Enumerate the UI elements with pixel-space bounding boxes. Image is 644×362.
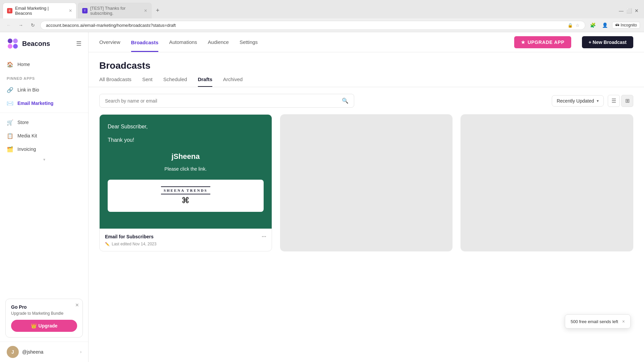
sidebar-item-media-kit[interactable]: 📋 Media Kit <box>0 129 88 142</box>
sort-label: Recently Updated <box>557 98 594 104</box>
card-1-preview: Dear Subscriber, Thank you! jSheena Plea… <box>100 115 272 229</box>
forward-button[interactable]: → <box>16 20 25 30</box>
user-avatar: J <box>7 346 19 358</box>
search-icon[interactable]: 🔍 <box>342 98 348 104</box>
sidebar-scroll-indicator: ▾ <box>0 156 88 163</box>
tab-favicon-1: E <box>7 8 12 13</box>
address-bar-icons: 🔒 ☆ <box>568 23 580 28</box>
card-1-title: Email for Subscribers <box>105 234 154 239</box>
new-tab-button[interactable]: + <box>153 6 162 15</box>
tab-title-2: [TEST] Thanks for subscribing. <box>90 6 141 16</box>
new-broadcast-label: + New Broadcast <box>589 40 627 45</box>
broadcast-card-1[interactable]: Dear Subscriber, Thank you! jSheena Plea… <box>99 114 272 251</box>
upgrade-app-button[interactable]: ★ UPGRADE APP <box>514 36 571 48</box>
upgrade-button[interactable]: 👑 Upgrade <box>11 320 77 332</box>
home-icon: 🏠 <box>7 61 13 68</box>
broadcast-card-2[interactable]: Untitled 11/14/2023 ··· ✏️ Last edited N… <box>280 114 453 251</box>
tab-drafts[interactable]: Drafts <box>198 76 212 87</box>
card-1-meta: ✏️ Last edited Nov 14, 2023 <box>105 242 266 246</box>
tab-minimize-icon[interactable]: — <box>619 8 624 13</box>
grid-view-button[interactable]: ⊞ <box>621 95 633 107</box>
sidebar-item-link-in-bio-label: Link in Bio <box>17 87 39 93</box>
content-tabs: All Broadcasts Sent Scheduled Drafts Arc… <box>89 71 644 87</box>
lock-icon: 🔒 <box>568 23 573 28</box>
sidebar-divider <box>0 113 88 113</box>
search-input[interactable] <box>105 98 338 104</box>
upgrade-app-label: UPGRADE APP <box>528 40 565 45</box>
nav-item-settings[interactable]: Settings <box>239 38 258 46</box>
incognito-label: Incognito <box>621 23 637 27</box>
tooltip-close-button[interactable]: × <box>622 319 625 324</box>
tab-controls: — ⬜ ✕ <box>619 8 641 13</box>
svg-point-3 <box>13 44 18 49</box>
nav-item-automations[interactable]: Automations <box>169 38 197 46</box>
sort-dropdown[interactable]: Recently Updated ▾ <box>552 95 604 107</box>
tab-scheduled[interactable]: Scheduled <box>163 76 187 87</box>
browser-actions: 🧩 👤 🕶 Incognito <box>588 20 640 30</box>
sidebar-user[interactable]: J @jsheena › <box>0 342 88 362</box>
invoicing-icon: 🗂️ <box>7 146 13 153</box>
app-layout: Beacons ☰ 🏠 Home PINNED APPS 🔗 Link in B… <box>0 32 644 362</box>
tab-close-1[interactable]: ✕ <box>69 8 72 13</box>
browser-chrome: E Email Marketing | Beacons ✕ T [TEST] T… <box>0 0 644 32</box>
sidebar-item-store[interactable]: 🛒 Store <box>0 116 88 129</box>
sidebar-item-link-in-bio[interactable]: 🔗 Link in Bio <box>0 83 88 97</box>
pinned-apps-label: PINNED APPS <box>0 74 88 83</box>
sort-dropdown-arrow: ▾ <box>597 99 599 103</box>
nav-item-broadcasts[interactable]: Broadcasts <box>131 32 159 52</box>
tab-all-broadcasts[interactable]: All Broadcasts <box>99 76 131 87</box>
sidebar-logo: Beacons <box>7 38 50 50</box>
url-text: account.beacons.ai/email-marketing/home/… <box>46 23 565 28</box>
tooltip-text: 500 free email sends left <box>571 319 618 324</box>
tab-inactive[interactable]: T [TEST] Thanks for subscribing. ✕ <box>78 3 152 18</box>
tab-close-window-icon[interactable]: ✕ <box>635 8 639 13</box>
extension-icon[interactable]: 🧩 <box>588 20 597 30</box>
card-1-title-row: Email for Subscribers ··· <box>105 234 266 240</box>
sidebar-item-invoicing-label: Invoicing <box>17 146 36 152</box>
upgrade-crown-icon: 👑 <box>31 323 37 328</box>
go-pro-close-button[interactable]: ✕ <box>75 302 79 308</box>
broadcast-card-3[interactable]: Untitled 11/1... ··· ✏️ Last edited Nov … <box>461 114 633 251</box>
reload-button[interactable]: ↻ <box>28 20 38 30</box>
tab-bar: E Email Marketing | Beacons ✕ T [TEST] T… <box>0 0 644 18</box>
new-broadcast-button[interactable]: + New Broadcast <box>582 36 633 48</box>
card-3-preview <box>461 115 633 251</box>
card-1-footer: Email for Subscribers ··· ✏️ Last edited… <box>100 229 272 251</box>
card-1-edit-icon: ✏️ <box>105 242 110 246</box>
incognito-badge: 🕶 Incognito <box>612 22 640 28</box>
sidebar-item-store-label: Store <box>17 120 29 125</box>
tab-title-1: Email Marketing | Beacons <box>15 6 66 16</box>
menu-icon[interactable]: ☰ <box>76 40 82 47</box>
svg-point-2 <box>8 44 12 49</box>
sidebar: Beacons ☰ 🏠 Home PINNED APPS 🔗 Link in B… <box>0 32 89 362</box>
tab-restore-icon[interactable]: ⬜ <box>626 8 632 13</box>
grid-view-icon: ⊞ <box>625 98 630 104</box>
sidebar-item-invoicing[interactable]: 🗂️ Invoicing <box>0 142 88 156</box>
address-bar[interactable]: account.beacons.ai/email-marketing/home/… <box>40 21 585 30</box>
sidebar-item-email-marketing[interactable]: ✉️ Email Marketing <box>0 97 88 110</box>
card-2-preview <box>280 115 452 251</box>
tab-sent[interactable]: Sent <box>142 76 153 87</box>
star-icon[interactable]: ☆ <box>576 23 580 28</box>
profile-icon[interactable]: 👤 <box>600 20 609 30</box>
card-1-last-edited: Last edited Nov 14, 2023 <box>112 242 156 246</box>
list-view-button[interactable]: ☰ <box>608 95 620 107</box>
back-button[interactable]: ← <box>4 20 13 30</box>
tab-active[interactable]: E Email Marketing | Beacons ✕ <box>3 3 76 18</box>
sidebar-item-media-kit-label: Media Kit <box>17 133 37 138</box>
nav-item-overview[interactable]: Overview <box>99 38 120 46</box>
card-1-more-button[interactable]: ··· <box>262 234 266 240</box>
sidebar-header: Beacons ☰ <box>0 32 88 55</box>
tab-archived[interactable]: Archived <box>223 76 243 87</box>
nav-item-audience[interactable]: Audience <box>208 38 229 46</box>
card-1-logo: SHEENA TRENDS ⌘ <box>108 180 264 212</box>
svg-point-0 <box>8 39 12 43</box>
logo-text: Beacons <box>22 40 50 48</box>
main-content: Broadcasts All Broadcasts Sent Scheduled… <box>89 52 644 362</box>
card-2-footer: Untitled 11/14/2023 ··· ✏️ Last edited N… <box>280 251 452 251</box>
filter-controls: Recently Updated ▾ ☰ ⊞ <box>552 95 633 107</box>
tab-close-2[interactable]: ✕ <box>144 8 147 13</box>
address-bar-row: ← → ↻ account.beacons.ai/email-marketing… <box>0 18 644 32</box>
go-pro-title: Go Pro <box>11 304 77 310</box>
sidebar-item-home[interactable]: 🏠 Home <box>0 58 88 71</box>
